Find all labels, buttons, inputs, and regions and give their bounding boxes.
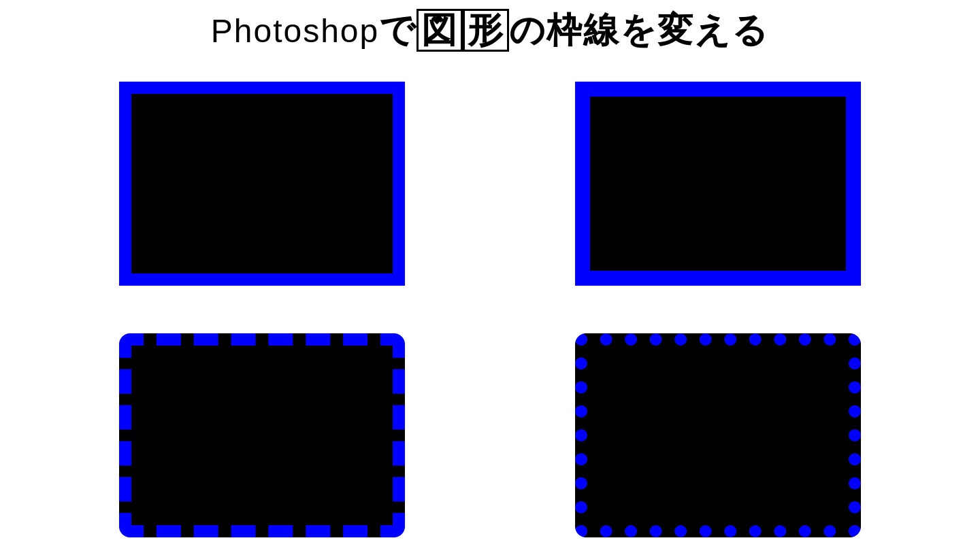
page-title: Photoshopで図形の枠線を変える	[211, 7, 770, 54]
title-de: で	[379, 10, 416, 50]
shape-cell-dotted	[510, 320, 926, 551]
title-kanji-kei: 形	[463, 9, 509, 52]
shape-solid-inside-fill	[131, 94, 393, 273]
shape-dotted	[575, 333, 861, 537]
title-photoshop: Photoshop	[211, 13, 380, 49]
shape-cell-dashed	[54, 320, 470, 551]
shape-dashed	[119, 333, 405, 537]
shapes-grid	[0, 68, 980, 551]
title-suffix: の枠線を変える	[509, 10, 769, 50]
shape-solid-inside	[119, 82, 405, 286]
shape-solid-outside	[575, 82, 861, 286]
page-container: Photoshopで図形の枠線を変える	[0, 0, 980, 551]
shape-cell-solid-inside	[54, 68, 470, 299]
shape-cell-solid-outside	[510, 68, 926, 299]
title-kanji-zukei: 図	[416, 9, 463, 52]
